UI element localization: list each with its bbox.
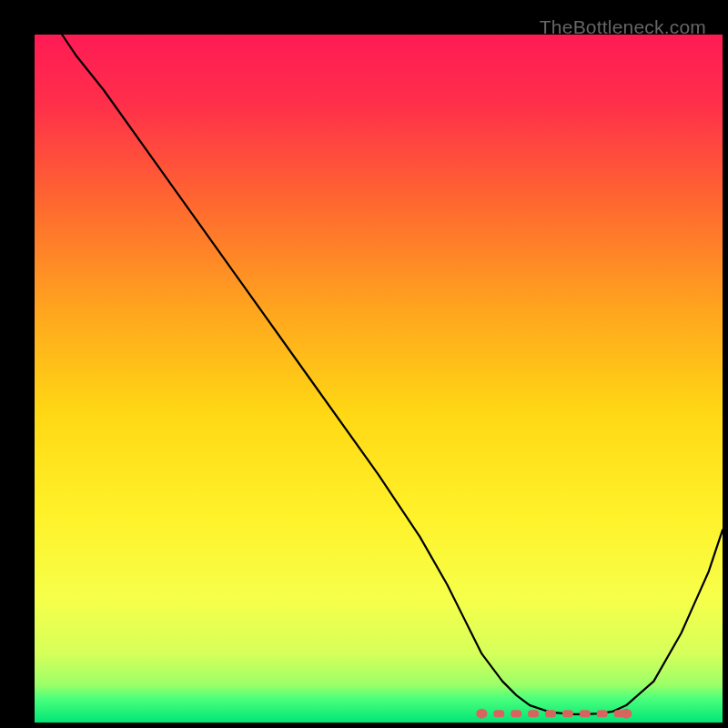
optimum-marker [562, 710, 573, 717]
watermark-text: TheBottleneck.com [540, 16, 706, 38]
optimum-marker-cap [477, 709, 487, 719]
optimum-marker [597, 710, 608, 717]
plot-area [35, 35, 723, 723]
optimum-marker [545, 710, 556, 717]
chart-frame: TheBottleneck.com [15, 15, 713, 713]
optimum-marker [580, 710, 591, 717]
optimum-marker [528, 710, 539, 717]
bottleneck-curve [35, 35, 723, 723]
optimum-marker-cap [622, 709, 632, 719]
optimum-marker [511, 710, 521, 717]
optimum-marker [493, 710, 504, 717]
